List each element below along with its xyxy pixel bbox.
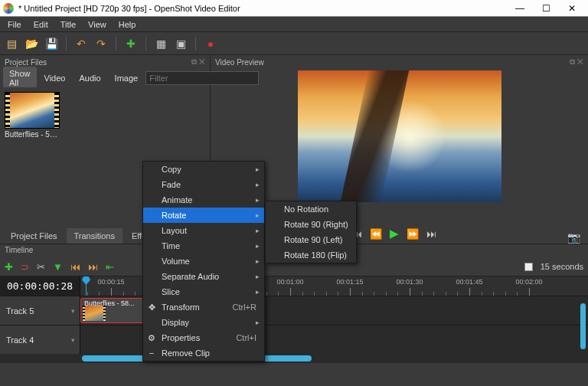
minimize-button[interactable]: — — [507, 0, 533, 17]
submenu-arrow-icon: ▸ — [256, 196, 260, 204]
context-item-display[interactable]: Display▸ — [143, 315, 264, 330]
transform-icon: ✥ — [146, 303, 157, 312]
undo-icon[interactable]: ↶ — [74, 37, 88, 51]
save-project-icon[interactable]: 💾 — [44, 37, 58, 51]
timeline-vertical-scrollbar[interactable] — [580, 303, 586, 349]
context-item-animate[interactable]: Animate▸ — [143, 192, 264, 208]
shortcut-label: Ctrl+R — [233, 303, 256, 312]
file-thumbnail — [5, 92, 60, 129]
maximize-button[interactable]: ☐ — [533, 0, 559, 17]
app-icon — [3, 3, 14, 14]
center-playhead-icon[interactable]: ⇤ — [106, 261, 114, 273]
submenu-arrow-icon: ▸ — [256, 257, 260, 265]
clip-thumbnail — [83, 306, 106, 321]
new-project-icon[interactable]: ▤ — [5, 37, 18, 51]
snap-icon[interactable]: ⊃ — [21, 261, 29, 273]
marker-add-icon[interactable]: ▼ — [53, 261, 63, 273]
filter-video[interactable]: Video — [38, 71, 72, 85]
clip-context-menu: Copy▸Fade▸Animate▸Rotate▸Layout▸Time▸Vol… — [142, 161, 265, 361]
toolbar-separator — [145, 37, 146, 51]
remove-clip-icon: − — [146, 348, 157, 358]
menu-edit[interactable]: Edit — [28, 18, 54, 31]
submenu-arrow-icon: ▸ — [256, 273, 260, 280]
add-track-icon[interactable]: ✚ — [5, 261, 13, 273]
ruler-tick: 00:01:45 — [456, 278, 482, 286]
video-preview-title: Video Preview — [215, 58, 264, 67]
zoom-label: 15 seconds — [541, 262, 583, 271]
timeline-horizontal-scrollbar[interactable] — [0, 354, 588, 363]
properties-icon: ⚙ — [146, 333, 157, 343]
filter-audio[interactable]: Audio — [73, 71, 106, 85]
next-marker-icon[interactable]: ⏭ — [88, 261, 98, 273]
context-item-rotate[interactable]: Rotate▸ — [143, 208, 264, 223]
titlebar: * Untitled Project [HD 720p 30 fps] - Op… — [0, 0, 588, 17]
menu-help[interactable]: Help — [113, 18, 142, 31]
ruler-tick: 00:00:15 — [97, 278, 124, 286]
ruler-tick: 00:02:00 — [515, 278, 542, 286]
snapshot-icon[interactable]: 📷 — [567, 231, 580, 244]
submenu-arrow-icon: ▸ — [256, 288, 260, 296]
export-icon[interactable]: ● — [204, 37, 217, 51]
context-item-volume[interactable]: Volume▸ — [143, 254, 264, 269]
window-title: * Untitled Project [HD 720p 30 fps] - Op… — [18, 4, 507, 13]
submenu-arrow-icon: ▸ — [256, 242, 260, 250]
menubar: File Edit Title View Help — [0, 17, 588, 32]
toolbar-separator — [116, 37, 116, 51]
rotate-option-rotate-90-left-[interactable]: Rotate 90 (Left) — [266, 232, 356, 247]
menu-file[interactable]: File — [2, 18, 28, 31]
shortcut-label: Ctrl+I — [236, 333, 256, 342]
close-button[interactable]: ✕ — [559, 0, 585, 17]
panel-undock-icon[interactable]: ⧉ ✕ — [570, 57, 583, 67]
submenu-arrow-icon: ▸ — [256, 165, 260, 173]
submenu-arrow-icon: ▸ — [256, 211, 260, 219]
play-icon[interactable]: ▶ — [390, 227, 399, 240]
tab-project-files[interactable]: Project Files — [3, 228, 65, 244]
project-files-title: Project Files — [5, 58, 47, 67]
fast-forward-icon[interactable]: ⏩ — [407, 228, 419, 240]
context-item-properties[interactable]: ⚙PropertiesCtrl+I — [143, 330, 264, 345]
filter-show-all[interactable]: Show All — [3, 67, 37, 90]
ruler-tick: 00:01:30 — [396, 278, 423, 286]
context-item-slice[interactable]: Slice▸ — [143, 284, 264, 299]
jump-end-icon[interactable]: ⏭ — [426, 228, 436, 240]
submenu-arrow-icon: ▸ — [256, 227, 260, 234]
ruler-tick: 00:01:00 — [276, 278, 303, 286]
toolbar-separator — [66, 37, 67, 51]
video-preview-panel: Video Preview ⧉ ✕ — [211, 55, 588, 224]
redo-icon[interactable]: ↷ — [94, 37, 108, 51]
context-item-transform[interactable]: ✥TransformCtrl+R — [143, 299, 264, 315]
track-label[interactable]: Track 4 — [0, 325, 80, 354]
rotate-option-rotate-180-flip-[interactable]: Rotate 180 (Flip) — [266, 247, 356, 263]
import-files-icon[interactable]: ✚ — [124, 37, 138, 51]
context-item-separate-audio[interactable]: Separate Audio▸ — [143, 269, 264, 284]
rewind-icon[interactable]: ⏪ — [370, 228, 382, 240]
panel-undock-icon[interactable]: ⧉ ✕ — [191, 57, 205, 67]
fullscreen-icon[interactable]: ▣ — [174, 37, 188, 51]
track-row: Track 5 Butterflies - 58... — [0, 296, 588, 325]
open-project-icon[interactable]: 📂 — [24, 37, 38, 51]
context-item-fade[interactable]: Fade▸ — [143, 177, 264, 192]
prev-marker-icon[interactable]: ⏮ — [70, 261, 80, 273]
menu-title[interactable]: Title — [54, 18, 82, 31]
rotate-option-no-rotation[interactable]: No Rotation — [266, 201, 356, 217]
tab-transitions[interactable]: Transitions — [67, 228, 122, 244]
rotate-option-rotate-90-right-[interactable]: Rotate 90 (Right) — [266, 217, 356, 232]
playback-controls: ⏮ ⏪ ▶ ⏩ ⏭ — [352, 225, 436, 242]
timecode-display[interactable]: 00:00:00:28 — [0, 276, 80, 296]
timeline-tracks: Track 5 Butterflies - 58... Track 4 — [0, 296, 588, 354]
context-item-time[interactable]: Time▸ — [143, 238, 264, 254]
context-item-remove-clip[interactable]: −Remove Clip — [143, 345, 264, 361]
context-item-layout[interactable]: Layout▸ — [143, 223, 264, 238]
ruler-tick: 00:01:15 — [336, 278, 363, 286]
rotate-submenu: No RotationRotate 90 (Right)Rotate 90 (L… — [265, 201, 357, 263]
zoom-checkbox[interactable] — [524, 263, 533, 271]
track-label[interactable]: Track 5 — [0, 296, 80, 325]
razor-icon[interactable]: ✂ — [37, 261, 45, 273]
context-item-copy[interactable]: Copy▸ — [143, 162, 264, 177]
menu-view[interactable]: View — [82, 18, 113, 31]
submenu-arrow-icon: ▸ — [256, 181, 260, 188]
filter-image[interactable]: Image — [109, 71, 145, 85]
filter-row: Show All Video Audio Image — [0, 69, 210, 87]
project-file-item[interactable]: Butterflies - 583... — [5, 92, 60, 139]
profile-icon[interactable]: ▦ — [154, 37, 168, 51]
